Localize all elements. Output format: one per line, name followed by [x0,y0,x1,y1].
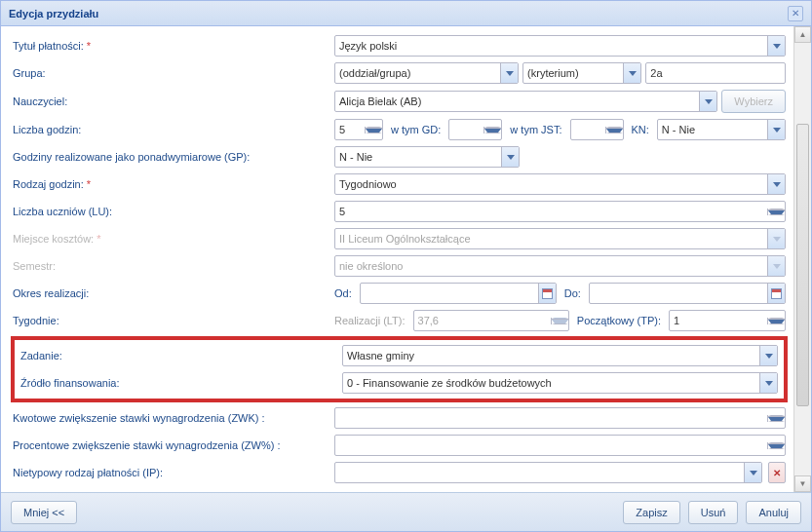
label-okres: Okres realizacji: [13,287,89,299]
title-bar: Edycja przydziału ✕ [1,1,811,26]
label-poczatkowy-tp: Początkowy (TP): [573,315,665,326]
form-table: Tytuł płatności: * Język polski Grupa: (… [11,32,788,486]
usun-button[interactable]: Usuń [688,501,739,524]
gp-combo[interactable]: N - Nie [334,146,520,168]
label-do: Do: [561,287,585,299]
liczba-uczniow-spinner[interactable]: 5 [334,201,786,222]
label-grupa: Grupa: [13,67,46,79]
anuluj-button[interactable]: Anuluj [746,501,801,524]
zrodlo-combo[interactable]: 0 - Finansowanie ze środków budżetowych [342,372,778,394]
poczatkowy-tp-spinner[interactable]: 1 [669,310,786,331]
chevron-down-icon[interactable] [759,373,777,393]
tytul-combo[interactable]: Język polski [334,35,786,57]
label-wtymjst: w tym JST: [506,124,565,135]
label-zwk: Kwotowe zwiększenie stawki wynagrodzenia… [13,412,265,424]
chevron-down-icon[interactable] [744,463,761,482]
ip-combo[interactable] [334,462,762,483]
grupa-kryterium-combo[interactable]: (kryterium) [522,62,641,84]
spinner-down-icon[interactable] [366,129,382,133]
miejsce-kosztow-combo: II Liceum Ogólnokształcące [334,228,786,249]
label-zadanie: Zadanie: [20,350,62,361]
chevron-down-icon[interactable] [501,147,519,167]
label-semestr: Semestr: [13,260,56,272]
zadanie-combo[interactable]: Własne gminy [342,345,778,366]
chevron-down-icon[interactable] [767,174,785,194]
kn-combo[interactable]: N - Nie [657,119,786,140]
close-icon[interactable]: ✕ [788,6,803,21]
scrollbar-thumb[interactable] [796,124,809,406]
mniej-button[interactable]: Mniej << [11,501,77,524]
label-od: Od: [334,287,356,299]
spinner-down-icon[interactable] [768,320,785,324]
label-nauczyciel: Nauczyciel: [13,95,67,107]
label-liczba-godzin: Liczba godzin: [13,124,81,135]
chevron-down-icon[interactable] [623,63,640,83]
label-miejsce-kosztow: Miejsce kosztów: [13,233,94,245]
spinner-down-icon[interactable] [768,210,785,215]
chevron-down-icon [767,256,785,276]
clear-icon[interactable]: ✕ [768,462,786,483]
rodzaj-godzin-combo[interactable]: Tygodniowo [334,173,786,195]
chevron-down-icon[interactable] [767,120,785,139]
highlight-box: Zadanie: Własne gminy Źródło finansowani… [11,336,788,402]
form-body: Tytuł płatności: * Język polski Grupa: (… [1,26,793,492]
wybierz-button: Wybierz [721,90,786,113]
liczba-godzin-spinner[interactable]: 5 [334,119,383,140]
chevron-down-icon[interactable] [767,36,785,56]
od-date-field[interactable] [360,283,557,304]
spinner-down-icon[interactable] [484,129,501,133]
spinner-down-icon[interactable] [606,129,623,133]
chevron-down-icon[interactable] [759,346,777,365]
chevron-down-icon[interactable] [500,63,518,83]
label-wtymgd: w tym GD: [387,124,445,135]
window-title: Edycja przydziału [9,8,98,19]
label-rodzaj-godzin: Rodzaj godzin: [13,178,84,190]
chevron-down-icon [767,229,785,248]
spinner-down-icon[interactable] [768,417,785,422]
label-tytul: Tytuł płatności: [13,40,84,52]
dialog-window: Edycja przydziału ✕ Tytuł płatności: * J… [0,0,812,532]
jst-spinner[interactable] [570,119,624,140]
gd-spinner[interactable] [448,119,502,140]
do-date-field[interactable] [589,283,786,304]
label-zrodlo: Źródło finansowania: [20,377,120,389]
calendar-icon[interactable] [767,284,785,303]
label-zwproc: Procentowe zwiększenie stawki wynagrodze… [13,439,281,451]
label-tygodnie: Tygodnie: [13,315,59,326]
calendar-icon[interactable] [538,284,556,303]
label-kn: KN: [628,124,653,135]
chevron-down-icon[interactable] [699,92,716,111]
realizacji-lt-spinner: 37,6 [413,310,569,331]
semestr-combo: nie określono [334,255,786,277]
grupa-value-field[interactable]: 2a [645,62,786,84]
nauczyciel-combo[interactable]: Alicja Bielak (AB) [334,91,717,112]
label-liczba-uczniow: Liczba uczniów (LU): [13,206,112,217]
spinner-down-icon[interactable] [768,444,785,449]
spinner-down-icon [552,320,568,324]
zwproc-spinner[interactable] [334,435,786,456]
scroll-down-icon[interactable]: ▼ [794,475,811,492]
zapisz-button[interactable]: Zapisz [623,501,679,524]
label-realizacji-lt: Realizacji (LT): [334,315,409,326]
footer-bar: Mniej << Zapisz Usuń Anuluj [1,492,811,531]
grupa-oddzial-combo[interactable]: (oddział/grupa) [334,62,519,84]
label-gp: Godziny realizowane jako ponadwymiarowe … [13,151,250,163]
label-ip: Nietypowy rodzaj płatności (IP): [13,467,163,478]
zwk-spinner[interactable] [334,407,786,429]
scroll-up-icon[interactable]: ▲ [794,26,811,43]
vertical-scrollbar[interactable]: ▲ ▼ [793,26,811,492]
